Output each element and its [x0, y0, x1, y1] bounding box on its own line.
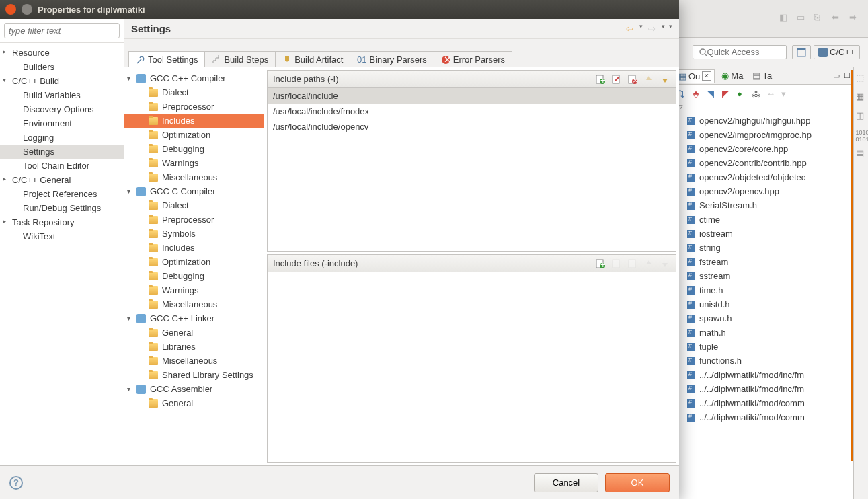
tool-includes[interactable]: Includes [124, 114, 264, 128]
nav-logging[interactable]: Logging [0, 130, 124, 145]
outline-item[interactable]: opencv2/contrib/contrib.hpp [672, 156, 853, 170]
toolbar-icon[interactable]: ⎘ [814, 12, 828, 26]
outline-item[interactable]: iostream [672, 227, 853, 241]
minimize-icon[interactable] [22, 4, 32, 15]
outline-item[interactable]: opencv2/highgui/highgui.hpp [672, 114, 853, 128]
tab-error-parsers[interactable]: ✕Error Parsers [434, 51, 512, 67]
titlebar[interactable]: Properties for diplwmatiki [0, 0, 679, 19]
tool-gcc-cpp-compiler[interactable]: GCC C++ Compiler [124, 71, 264, 85]
quick-access-search[interactable] [693, 45, 787, 59]
nav-builders[interactable]: Builders [0, 60, 124, 74]
tool-general[interactable]: General [124, 325, 264, 340]
tool-misc-c[interactable]: Miscellaneous [124, 297, 264, 311]
nav-settings[interactable]: Settings [0, 145, 124, 159]
filter-input[interactable] [4, 23, 120, 38]
down-icon[interactable] [660, 74, 670, 85]
hide-static-icon[interactable]: ◥ [707, 89, 717, 98]
ok-button[interactable]: OK [605, 473, 670, 492]
tab-build-steps[interactable]: Build Steps [204, 51, 276, 67]
tool-misc-link[interactable]: Miscellaneous [124, 354, 264, 368]
group-icon[interactable]: ⁂ [752, 89, 761, 98]
tool-debugging[interactable]: Debugging [124, 142, 264, 156]
outline-item[interactable]: ../../diplwmatiki/fmod/inc/fm [672, 382, 853, 396]
minimize-icon[interactable]: ▭ [833, 71, 840, 80]
toolbar-icon[interactable]: ➡ [849, 12, 863, 26]
toolbar-icon[interactable]: ◧ [779, 12, 793, 26]
nav-resource[interactable]: Resource [0, 46, 124, 60]
nav-toolchain[interactable]: Tool Chain Editor [0, 159, 124, 173]
hide-fields-icon[interactable]: ⬘ [693, 89, 702, 98]
help-icon[interactable]: ? [9, 476, 23, 490]
cancel-button[interactable]: Cancel [534, 473, 598, 492]
include-path-row[interactable]: /usr/local/include/fmodex [268, 104, 676, 119]
tool-debugging-c[interactable]: Debugging [124, 269, 264, 283]
tool-libraries[interactable]: Libraries [124, 340, 264, 354]
outline-item[interactable]: ../../diplwmatiki/fmod/comm [672, 396, 853, 410]
add-icon[interactable]: + [595, 74, 606, 85]
tab-tasks[interactable]: ▤Ta [750, 69, 775, 82]
include-paths-list[interactable]: /usr/local/include/usr/local/include/fmo… [268, 88, 676, 251]
tab-outline[interactable]: ▦Ou⨯ [675, 69, 715, 83]
tool-warnings[interactable]: Warnings [124, 156, 264, 170]
tool-optimization[interactable]: Optimization [124, 128, 264, 142]
nav-rundebug[interactable]: Run/Debug Settings [0, 201, 124, 215]
outline-item[interactable]: math.h [672, 325, 853, 340]
outline-item[interactable]: opencv2/core/core.hpp [672, 142, 853, 156]
tool-symbols[interactable]: Symbols [124, 227, 264, 241]
outline-item[interactable]: functions.h [672, 354, 853, 368]
delete-icon[interactable]: × [627, 74, 638, 85]
sort-icon[interactable]: ⇅ [678, 89, 687, 98]
add-icon[interactable]: + [595, 258, 606, 269]
tool-preprocessor[interactable]: Preprocessor [124, 100, 264, 114]
include-files-list[interactable] [268, 272, 676, 462]
menu-icon[interactable]: ▾ [781, 89, 791, 98]
outline-item[interactable]: unistd.h [672, 297, 853, 311]
nav-wikitext[interactable]: WikiText [0, 229, 124, 243]
maximize-icon[interactable]: ☐ [844, 71, 851, 80]
gutter-icon[interactable]: ▦ [856, 91, 867, 102]
hide-nonpublic-icon[interactable]: ◤ [722, 89, 732, 98]
tab-tool-settings[interactable]: Tool Settings [128, 51, 205, 67]
tool-general-asm[interactable]: General [124, 396, 264, 410]
tool-gcc-c-compiler[interactable]: GCC C Compiler [124, 184, 264, 198]
tool-misc[interactable]: Miscellaneous [124, 170, 264, 184]
up-icon[interactable] [643, 74, 654, 85]
perspective-switcher[interactable] [792, 45, 811, 59]
filter-icon[interactable]: ● [737, 89, 746, 98]
outline-item[interactable]: ../../diplwmatiki/fmod/inc/fm [672, 368, 853, 382]
tab-build-artifact[interactable]: Build Artifact [275, 51, 350, 67]
nav-build-variables[interactable]: Build Variables [0, 88, 124, 102]
outline-item[interactable]: spawn.h [672, 311, 853, 325]
gutter-icon[interactable]: ◫ [856, 110, 867, 121]
outline-item[interactable]: ../../diplwmatiki/fmod/comm [672, 410, 853, 424]
perspective-cpp[interactable]: C/C++ [814, 45, 860, 59]
tab-make[interactable]: ◉Ma [719, 69, 746, 82]
outline-item[interactable]: SerialStream.h [672, 198, 853, 213]
outline-item[interactable]: fstream [672, 255, 853, 269]
include-path-row[interactable]: /usr/local/include [268, 88, 676, 104]
forward-icon[interactable]: ⇨ [645, 23, 658, 35]
outline-item[interactable]: sstream [672, 269, 853, 283]
outline-item[interactable]: opencv2/imgproc/imgproc.hp [672, 128, 853, 142]
menu-icon[interactable]: ▾ [669, 23, 672, 35]
tool-gcc-cpp-linker[interactable]: GCC C++ Linker [124, 311, 264, 325]
outline-item[interactable]: ctime [672, 213, 853, 227]
edit-icon[interactable] [611, 74, 622, 85]
outline-item[interactable]: opencv2/objdetect/objdetec [672, 170, 853, 184]
outline-item[interactable]: time.h [672, 283, 853, 297]
tab-binary-parsers[interactable]: 010Binary Parsers [350, 51, 434, 67]
gutter-icon[interactable]: ▤ [856, 148, 867, 159]
nav-taskrepo[interactable]: Task Repository [0, 215, 124, 229]
quick-access-input[interactable] [707, 47, 781, 57]
gutter-icon[interactable]: 10100101 [856, 129, 867, 140]
include-path-row[interactable]: /usr/local/include/opencv [268, 119, 676, 135]
tool-optimization-c[interactable]: Optimization [124, 255, 264, 269]
link-icon[interactable]: ↔ [766, 89, 776, 98]
close-icon[interactable] [5, 4, 16, 15]
nav-environment[interactable]: Environment [0, 116, 124, 130]
tool-dialect-c[interactable]: Dialect [124, 198, 264, 213]
tool-shared-lib[interactable]: Shared Library Settings [124, 368, 264, 382]
nav-discovery[interactable]: Discovery Options [0, 102, 124, 116]
tool-dialect[interactable]: Dialect [124, 85, 264, 100]
toolbar-icon[interactable]: ▭ [797, 12, 810, 26]
